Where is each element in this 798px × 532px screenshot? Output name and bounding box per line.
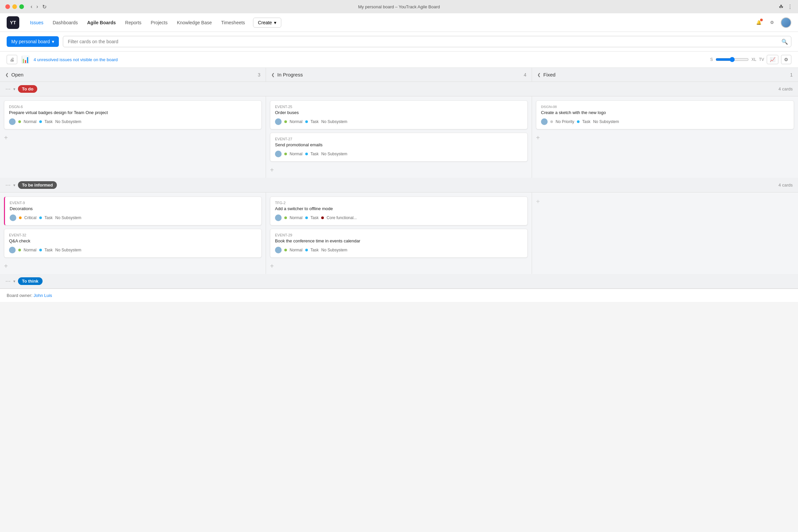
print-button[interactable]: 🖨 <box>7 55 17 64</box>
create-button[interactable]: Create ▾ <box>253 18 281 27</box>
chart-icon: 📊 <box>21 56 30 63</box>
titlebar-right: ☘ ⋮ <box>779 4 793 10</box>
informed-open-cell: EVENT-9 Decorations Critical Task No Sub… <box>0 192 266 274</box>
add-card-inprogress-todo[interactable]: + <box>270 166 274 174</box>
swimlane-todo-header: ⋯ ▾ To do 4 cards <box>0 82 798 96</box>
search-button[interactable]: 🔍 <box>781 39 788 45</box>
traffic-lights <box>5 4 24 9</box>
type-dot <box>305 120 308 123</box>
col-chevron-in-progress[interactable]: ❮ <box>271 73 274 77</box>
swimlane-think-menu[interactable]: ⋯ <box>5 278 11 284</box>
card-event32[interactable]: EVENT-32 Q&A check Normal Task No Subsys… <box>4 229 262 258</box>
back-button[interactable]: ‹ <box>31 4 32 10</box>
type-label: Task <box>44 119 53 124</box>
minimize-traffic-light[interactable] <box>12 4 17 9</box>
add-card-inprogress-informed[interactable]: + <box>270 262 274 270</box>
type-dot <box>305 216 308 219</box>
nav-item-knowledge-base[interactable]: Knowledge Base <box>173 18 216 27</box>
card-id: EVENT-29 <box>275 233 523 237</box>
board-name-button[interactable]: My personal board ▾ <box>7 36 59 47</box>
card-title: Create a sketch with the new logo <box>541 110 789 115</box>
zoom-slider[interactable] <box>716 57 749 62</box>
priority-label: Normal <box>290 119 303 124</box>
swimlane-todo-count: 4 cards <box>778 87 793 92</box>
board-area: ❮ Open 3 ❮ In Progress 4 ❮ Fixed 1 ⋯ ▾ T… <box>0 68 798 289</box>
swimlane-todo-cards: DSGN-6 Prepare virtual badges design for… <box>0 96 798 178</box>
board-settings-button[interactable]: ⚙ <box>781 55 791 64</box>
card-event9[interactable]: EVENT-9 Decorations Critical Task No Sub… <box>4 196 262 225</box>
swimlane-todo-label: To do <box>18 85 37 93</box>
add-card-fixed-informed[interactable]: + <box>536 198 540 206</box>
puzzle-icon[interactable]: ☘ <box>779 4 783 10</box>
priority-dot <box>284 216 287 219</box>
subsystem-label: No Subsystem <box>55 215 81 220</box>
card-meta: Normal Task Core functional... <box>275 214 523 221</box>
subsystem-label: No Subsystem <box>321 152 347 156</box>
card-title: Q&A check <box>9 239 257 243</box>
priority-dot <box>18 249 21 251</box>
type-label: Task <box>44 215 53 220</box>
swimlane-todo-chevron[interactable]: ▾ <box>13 87 15 92</box>
card-tfg2[interactable]: TFG-2 Add a switcher to offline mode Nor… <box>270 196 528 225</box>
swimlane-todo-menu[interactable]: ⋯ <box>5 86 11 92</box>
notification-dot <box>760 19 763 21</box>
add-card-open-informed[interactable]: + <box>4 262 8 270</box>
add-card-fixed-todo[interactable]: + <box>536 134 540 141</box>
board-owner-name[interactable]: John Luis <box>34 293 52 298</box>
col-header-in-progress: ❮ In Progress 4 <box>266 68 532 81</box>
swimlane-think-chevron[interactable]: ▾ <box>13 279 15 284</box>
card-title: Book the conference time in events calen… <box>275 239 523 243</box>
close-traffic-light[interactable] <box>5 4 10 9</box>
card-dsgn38[interactable]: DSGN-38 Create a sketch with the new log… <box>536 100 794 129</box>
notifications-button[interactable]: 🔔 <box>754 18 763 27</box>
toolbar: 🖨 📊 4 unresolved issues not visible on t… <box>0 52 798 68</box>
avatar[interactable] <box>781 17 791 28</box>
nav-item-dashboards[interactable]: Dashboards <box>49 18 82 27</box>
nav-item-reports[interactable]: Reports <box>121 18 145 27</box>
card-meta: No Priority Task No Subsystem <box>541 118 789 125</box>
card-avatar <box>9 118 16 125</box>
subsystem-label: No Subsystem <box>321 248 347 252</box>
board-header: My personal board ▾ 🔍 <box>0 32 798 52</box>
col-header-fixed: ❮ Fixed 1 <box>532 68 798 81</box>
subsystem-label: Core functional... <box>326 215 357 220</box>
type-dot <box>39 120 42 123</box>
col-chevron-fixed[interactable]: ❮ <box>537 73 540 77</box>
card-event29[interactable]: EVENT-29 Book the conference time in eve… <box>270 229 528 258</box>
subsystem-label: No Subsystem <box>55 119 81 124</box>
card-title: Add a switcher to offline mode <box>275 206 523 211</box>
titlebar-nav: ‹ › ↻ <box>31 4 46 10</box>
card-event27[interactable]: EVENT-27 Send promotional emails Normal … <box>270 133 528 162</box>
col-chevron-open[interactable]: ❮ <box>5 73 8 77</box>
settings-button[interactable]: ⚙ <box>767 18 777 27</box>
filter-input[interactable] <box>63 36 791 47</box>
size-s-label: S <box>710 57 713 62</box>
menu-icon[interactable]: ⋮ <box>787 4 793 10</box>
priority-dot <box>284 153 287 155</box>
maximize-traffic-light[interactable] <box>19 4 24 9</box>
reload-button[interactable]: ↻ <box>42 4 46 10</box>
card-title: Decorations <box>10 206 257 211</box>
priority-dot <box>284 120 287 123</box>
card-avatar <box>541 118 548 125</box>
forward-button[interactable]: › <box>36 4 38 10</box>
board-name-dropdown-icon: ▾ <box>52 39 54 44</box>
nav-item-issues[interactable]: Issues <box>26 18 47 27</box>
type-label: Task <box>310 152 319 156</box>
swimlane-informed-menu[interactable]: ⋯ <box>5 182 11 188</box>
nav-item-timesheets[interactable]: Timesheets <box>217 18 249 27</box>
informed-fixed-cell: + <box>532 192 798 274</box>
add-card-open-todo[interactable]: + <box>4 134 8 141</box>
nav-item-agile-boards[interactable]: Agile Boards <box>83 18 120 27</box>
titlebar-title: My personal board – YouTrack Agile Board <box>358 4 440 9</box>
type-label: Task <box>310 248 319 252</box>
card-dsgn6[interactable]: DSGN-6 Prepare virtual badges design for… <box>4 100 262 129</box>
nav-item-projects[interactable]: Projects <box>147 18 172 27</box>
card-id: EVENT-32 <box>9 233 257 237</box>
swimlane-informed-chevron[interactable]: ▾ <box>13 183 15 188</box>
card-event25[interactable]: EVENT-25 Order buses Normal Task No Subs… <box>270 100 528 129</box>
card-id: EVENT-25 <box>275 105 523 109</box>
chart-view-button[interactable]: 📈 <box>767 55 778 64</box>
subsystem-dot <box>321 216 324 219</box>
type-label: Task <box>310 119 319 124</box>
